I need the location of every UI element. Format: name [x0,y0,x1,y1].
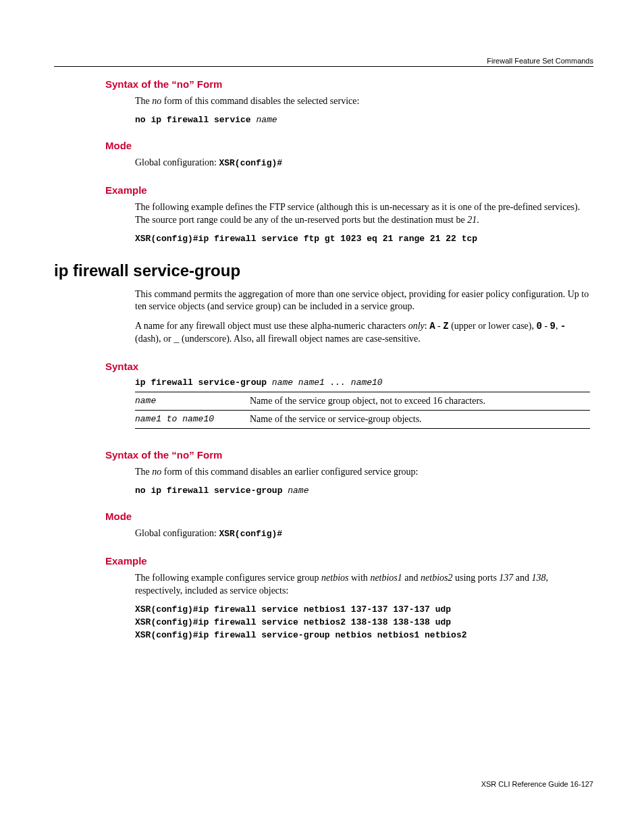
table-row: name Name of the service group object, n… [135,392,590,411]
text: The [135,96,152,106]
example-cmd-1: XSR(config)#ip firewall service ftp gt 1… [135,234,593,244]
cmd-arg: name [288,486,308,496]
text: - [542,321,550,331]
example-text-1: The following example defines the FTP se… [135,201,590,227]
mode-text-2: Global configuration: XSR(config)# [135,527,593,540]
syntax-no-cmd-2: no ip firewall service-group name [135,486,593,496]
page-content: Syntax of the “no” Form The no form of t… [54,78,593,640]
text: (upper or lower case), [449,321,537,331]
text-bold: _ [173,334,179,344]
text-em: 21 [467,215,477,225]
text-em: netbios2 [421,573,452,583]
text: A name for any firewall object must use … [135,321,408,331]
text: and [513,573,531,583]
syntax-cmd: ip firewall service-group name name1 ...… [135,377,593,388]
code: XSR(config)# [219,529,282,539]
text: form of this command disables the select… [161,96,359,106]
text: The following example configures service… [135,573,321,583]
text: form of this command disables an earlier… [161,467,418,477]
text-em: netbios [321,573,348,583]
cmd: XSR(config)#ip firewall service netbios2… [135,617,451,627]
text: (underscore). Also, all firewall object … [180,334,421,344]
text: using ports [453,573,500,583]
text: Global configuration: [135,528,219,538]
heading-example-2: Example [105,555,593,567]
text: - [435,321,444,331]
cmd-args: name name1 ... name10 [272,377,383,388]
cmd-bold: no ip firewall service-group [135,486,288,496]
example-cmd-line: XSR(config)#ip firewall service netbios2… [135,617,593,627]
text-bold: Z [443,321,448,332]
text: The [135,467,152,477]
cmd-bold: no ip firewall service [135,115,256,125]
section-title: ip firewall service-group [54,261,593,280]
header-rule [54,66,593,67]
syntax-no-text-1: The no form of this command disables the… [135,95,590,108]
param-name: name [135,392,250,411]
text-em: only [408,321,425,331]
text: , [556,321,560,331]
intro-2: A name for any firewall object must use … [135,320,590,346]
param-desc: Name of the service group object, not to… [250,392,590,411]
text: and [402,573,421,583]
cmd: XSR(config)#ip firewall service ftp gt 1… [135,234,477,244]
text: . [477,215,479,225]
page-header-label: Firewall Feature Set Commands [487,57,593,65]
heading-mode-1: Mode [105,140,593,151]
text-bold: A [429,321,435,332]
text: with [348,573,370,583]
example-cmd-line: XSR(config)#ip firewall service netbios1… [135,604,593,615]
param-desc: Name of the service or service-group obj… [250,411,590,429]
example-text-2: The following example configures service… [135,572,590,598]
text-em: no [152,96,161,106]
example-cmd-line: XSR(config)#ip firewall service-group ne… [135,630,593,640]
heading-syntax-no-form-2: Syntax of the “no” Form [105,449,593,461]
text-bold: 9 [550,321,556,332]
heading-syntax-no-form-1: Syntax of the “no” Form [105,78,593,90]
param-table: name Name of the service group object, n… [135,392,590,429]
text: The following example defines the FTP se… [135,202,580,225]
text: Global configuration: [135,157,219,167]
syntax-no-cmd-1: no ip firewall service name [135,115,593,125]
syntax-no-text-2: The no form of this command disables an … [135,466,590,479]
table-row: name1 to name10 Name of the service or s… [135,411,590,429]
text-bold: - [560,321,566,332]
cmd: XSR(config)#ip firewall service netbios1… [135,604,451,615]
text: (dash), or [135,334,173,344]
text-bold: 0 [536,321,541,332]
cmd-arg: name [256,115,277,125]
page-footer: XSR CLI Reference Guide 16-127 [481,780,593,788]
text-em: netbios1 [370,573,402,583]
text-em: 138 [532,573,546,583]
intro-1: This command permits the aggregation of … [135,288,590,314]
heading-example-1: Example [105,184,593,196]
cmd-bold: ip firewall service-group [135,377,272,388]
cmd: XSR(config)#ip firewall service-group ne… [135,630,466,640]
heading-mode-2: Mode [105,511,593,522]
text-em: no [152,467,161,477]
text-em: 137 [499,573,513,583]
heading-syntax: Syntax [105,361,593,372]
param-name: name1 to name10 [135,411,250,429]
code: XSR(config)# [219,158,282,168]
mode-text-1: Global configuration: XSR(config)# [135,157,593,170]
